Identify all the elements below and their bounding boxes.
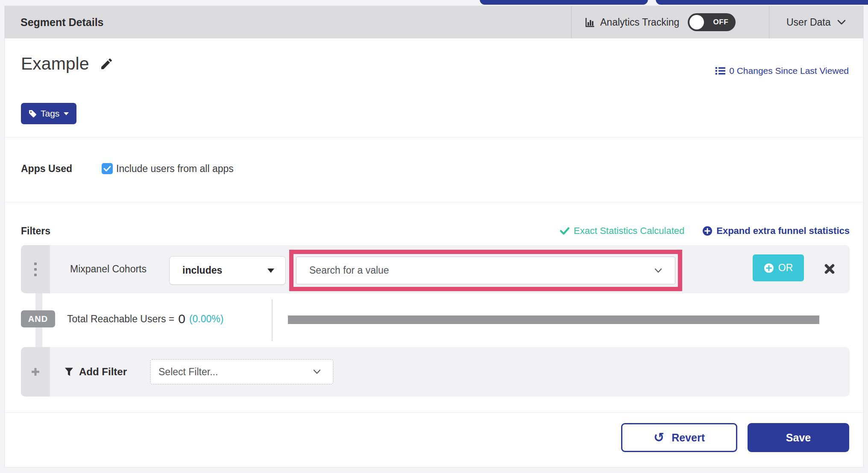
total-reachable-users: Total Reachable Users = 0 (0.00%) — [67, 307, 223, 331]
exact-statistics-status: Exact Statistics Calculated — [560, 225, 684, 236]
filter-operator-dropdown[interactable]: includes — [169, 256, 286, 285]
segment-name-row: Example — [21, 54, 114, 74]
add-or-condition-button[interactable]: OR — [753, 254, 804, 281]
reachable-users-bar — [288, 315, 819, 324]
chevron-down-icon — [654, 268, 662, 273]
segment-details-page: Segment Details Analytics Tracking OFF — [0, 0, 868, 473]
topbar-divider — [571, 6, 572, 38]
drag-dot-icon — [34, 268, 37, 271]
toggle-state-label: OFF — [708, 13, 733, 31]
bar-chart-icon — [584, 17, 595, 28]
caret-down-icon — [267, 268, 275, 273]
analytics-tracking-control: Analytics Tracking OFF — [584, 6, 736, 38]
user-data-label: User Data — [786, 17, 831, 28]
funnel-icon — [65, 367, 73, 377]
apps-used-row: Apps Used Include users from all apps — [21, 156, 234, 181]
include-all-apps-label: Include users from all apps — [116, 163, 234, 175]
or-button-label: OR — [778, 262, 793, 274]
segment-name: Example — [21, 54, 89, 74]
top-cropped-button-right[interactable] — [656, 0, 868, 5]
caret-down-icon — [63, 111, 69, 116]
analytics-tracking-toggle[interactable]: OFF — [688, 13, 736, 31]
section-divider — [5, 137, 863, 137]
include-all-apps-checkbox[interactable] — [102, 163, 113, 174]
add-filter-row: Add Filter Select Filter... — [21, 347, 850, 397]
select-filter-dropdown[interactable]: Select Filter... — [150, 359, 334, 385]
revert-button-label: Revert — [672, 432, 705, 444]
save-button-label: Save — [786, 432, 811, 444]
filter-field-label: Mixpanel Cohorts — [70, 245, 147, 293]
topbar: Segment Details Analytics Tracking OFF — [5, 6, 863, 38]
user-data-dropdown[interactable]: User Data — [786, 6, 846, 38]
filter-operator-value: includes — [182, 265, 222, 276]
add-filter-label-group: Add Filter — [65, 347, 127, 397]
add-filter-label: Add Filter — [79, 366, 127, 378]
drag-handle[interactable] — [21, 245, 50, 293]
and-badge: AND — [21, 310, 55, 327]
expand-funnel-statistics-label: Expand extra funnel statistics — [716, 225, 850, 236]
revert-icon: ↺ — [654, 431, 664, 444]
segment-details-card: Segment Details Analytics Tracking OFF — [4, 6, 864, 467]
page-title: Segment Details — [21, 6, 104, 38]
apps-used-label: Apps Used — [21, 163, 102, 175]
reachable-users-percent: (0.00%) — [189, 313, 224, 325]
reachable-users-value: 0 — [178, 312, 185, 326]
stats-divider — [272, 299, 273, 341]
plus-icon — [30, 367, 41, 377]
exact-statistics-label: Exact Statistics Calculated — [574, 225, 684, 236]
analytics-tracking-label: Analytics Tracking — [600, 17, 679, 28]
chevron-down-icon — [837, 20, 846, 25]
expand-funnel-statistics-link[interactable]: Expand extra funnel statistics — [702, 225, 850, 236]
top-cropped-button-left[interactable] — [480, 0, 648, 5]
plus-circle-icon — [764, 263, 774, 273]
filter-value-select[interactable]: Search for a value — [296, 257, 675, 284]
filters-header: Filters Exact Statistics Calculated E — [21, 222, 850, 240]
pencil-icon[interactable] — [100, 57, 114, 71]
section-divider — [5, 412, 863, 413]
reachable-users-label: Total Reachable Users = — [67, 313, 174, 325]
add-filter-handle — [21, 347, 50, 397]
tags-dropdown-button[interactable]: Tags — [21, 103, 76, 124]
topbar-divider — [769, 6, 769, 38]
toggle-knob — [689, 15, 704, 29]
list-icon — [715, 67, 725, 75]
drag-dot-icon — [34, 263, 37, 265]
drag-dot-icon — [34, 274, 37, 276]
save-button[interactable]: Save — [748, 423, 849, 452]
tag-icon — [28, 109, 37, 118]
changes-since-last-viewed-link[interactable]: 0 Changes Since Last Viewed — [715, 66, 849, 76]
check-icon — [560, 227, 569, 235]
remove-filter-button[interactable] — [824, 263, 835, 274]
revert-button[interactable]: ↺ Revert — [621, 423, 737, 452]
changes-link-label: 0 Changes Since Last Viewed — [729, 66, 849, 76]
chevron-down-icon — [313, 369, 321, 374]
select-filter-placeholder: Select Filter... — [158, 366, 218, 378]
plus-circle-icon — [702, 226, 713, 236]
filter-row: Mixpanel Cohorts includes Search for a v… — [21, 245, 850, 293]
section-divider — [5, 202, 863, 202]
filter-value-placeholder: Search for a value — [309, 265, 389, 276]
tags-button-label: Tags — [41, 108, 59, 119]
highlight-annotation-box: Search for a value — [289, 250, 682, 291]
filters-title: Filters — [21, 225, 50, 237]
